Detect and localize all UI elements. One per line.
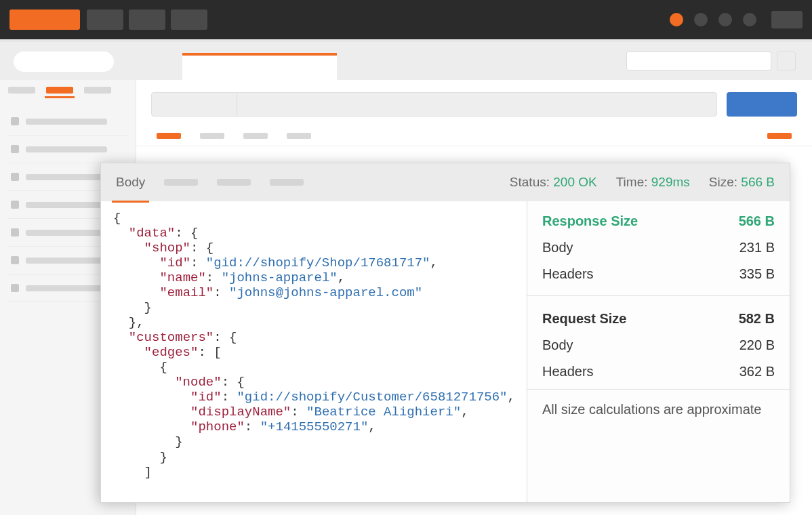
sidebar-item[interactable] [8,136,127,163]
request-headers-size: 362 B [739,364,775,379]
topbar [0,0,812,39]
workspace-dot-1[interactable] [670,13,683,26]
request-headers-label: Headers [542,364,594,379]
response-tab-2[interactable] [164,179,198,186]
topbar-right-button[interactable] [771,11,803,28]
sidebar-item[interactable] [8,108,127,136]
request-subtab-1[interactable] [157,133,181,139]
response-headers-size: 335 B [739,266,775,282]
workspace-header [0,42,812,80]
request-size-title: Request Size [542,311,626,327]
size-breakdown-panel: Response Size 566 B Body 231 B Headers 3… [527,201,790,502]
sidebar-tab-3[interactable] [84,87,111,94]
response-size-title: Response Size [542,213,638,229]
active-request-tab[interactable] [182,53,337,80]
request-subtab-4[interactable] [287,133,311,139]
status-value: 200 OK [553,175,596,189]
request-subtab-2[interactable] [200,133,224,139]
workspace-dot-2[interactable] [694,13,708,26]
request-body-label: Body [542,337,573,353]
topbar-button-2[interactable] [129,9,165,30]
time-value: 929ms [651,175,690,189]
primary-menu-button[interactable] [9,9,80,30]
global-search-button[interactable] [777,52,796,70]
response-header: Body Status: 200 OK Time: 929ms Size: 56… [101,163,790,201]
request-body-size: 220 B [739,337,775,353]
response-headers-label: Headers [542,266,594,282]
send-button[interactable] [727,92,797,117]
global-search-input[interactable] [626,52,771,70]
response-tab-3[interactable] [217,179,251,186]
response-body-size: 231 B [739,240,775,255]
request-url-input[interactable] [151,92,717,117]
response-tab-4[interactable] [270,179,304,186]
response-body-label: Body [542,240,573,255]
response-panel: Body Status: 200 OK Time: 929ms Size: 56… [100,163,790,503]
size-value[interactable]: 566 B [741,175,775,189]
size-label: Size: [709,175,737,189]
sidebar-tab-2[interactable] [46,87,73,94]
response-body-json[interactable]: { "data": { "shop": { "id": "gid://shopi… [101,201,527,502]
workspace-dot-4[interactable] [743,13,756,26]
request-subtab-3[interactable] [243,133,268,139]
request-subtabs [136,127,812,146]
topbar-button-3[interactable] [171,9,207,30]
workspace-title [14,52,114,72]
status-label: Status: [510,175,550,189]
workspace-dot-3[interactable] [718,13,732,26]
response-size-total: 566 B [739,213,775,229]
sidebar-tab-1[interactable] [8,87,35,94]
request-size-total: 582 B [739,311,775,327]
response-tab-body[interactable]: Body [116,175,145,201]
time-label: Time: [616,175,648,189]
topbar-button-1[interactable] [87,9,123,30]
request-subtab-right[interactable] [767,133,792,139]
size-approx-note: All size calculations are approximate [527,389,790,430]
method-selector[interactable] [152,93,237,116]
